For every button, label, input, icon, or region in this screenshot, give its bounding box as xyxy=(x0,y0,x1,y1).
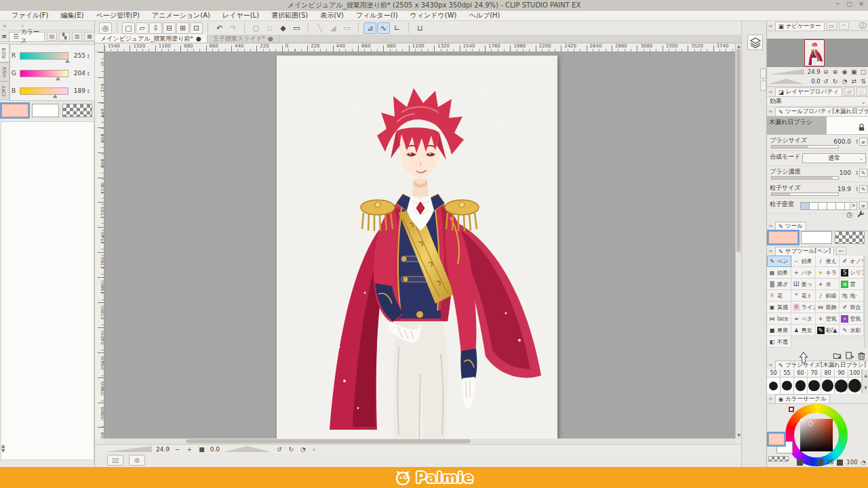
tab-intermediate-icon[interactable]: ▥ xyxy=(72,32,83,41)
stepper-icons[interactable]: ▴▾ xyxy=(87,53,90,58)
crop-icon[interactable]: ▭ xyxy=(290,22,303,34)
horizontal-scroll-thumb[interactable] xyxy=(186,439,471,443)
horizontal-scrollbar[interactable] xyxy=(104,439,735,444)
subtool-item-水彩[interactable]: ✎水彩 xyxy=(840,325,864,336)
title-bar[interactable]: メインビジュアル_授業用塗り前* (2505 x 3430px 350dpi 2… xyxy=(0,0,868,11)
subtool-item-使え[interactable]: ∕使え xyxy=(816,256,840,267)
back-icon[interactable]: ‹ xyxy=(311,446,317,453)
panel-grip-icon[interactable]: ≡ xyxy=(768,396,773,402)
fill-icon[interactable]: ◆ xyxy=(277,22,290,34)
slider-marker[interactable] xyxy=(65,60,70,63)
zoom-in-button[interactable]: + xyxy=(186,446,194,453)
tab-color-set-icon[interactable]: ▚ xyxy=(59,32,70,41)
subtool-item-星座[interactable]: ■星座 xyxy=(767,325,791,336)
wrench-icon[interactable] xyxy=(856,210,865,220)
color-slider-track-b[interactable] xyxy=(20,87,68,95)
panel-grip-icon[interactable]: ≡ xyxy=(768,223,773,229)
sub-color-swatch[interactable] xyxy=(32,104,59,117)
subtool-scrollbar[interactable] xyxy=(864,256,868,348)
nav-rotation-slider[interactable] xyxy=(768,79,804,84)
brush-size-scrollbar[interactable]: ▲▼ xyxy=(862,369,868,394)
stepper-icons[interactable]: ▴▾ xyxy=(856,138,858,144)
subtool-item-斜線[interactable]: ∕斜線 xyxy=(816,290,840,302)
subtool-item-地·[interactable]: 地地· xyxy=(840,290,864,302)
snap-grid-icon[interactable]: ∟ xyxy=(391,22,403,34)
menu-item-表示(V)[interactable]: 表示(V) xyxy=(314,11,350,20)
collapse-all-icon[interactable]: « xyxy=(3,22,7,29)
subtool-item-不透[interactable]: ◧不透 xyxy=(767,336,791,348)
panel-grip-icon[interactable]: ≡ xyxy=(768,362,773,368)
no-dynamics-icon[interactable]: ⌀ xyxy=(859,201,867,209)
snap-ruler-icon[interactable]: ⊿ xyxy=(363,22,376,34)
no-dynamics-icon[interactable]: ⌀ xyxy=(859,138,867,146)
tab-brush-size[interactable]: ✎ブラシサイズ[木漏れ日ブラシ] xyxy=(775,361,868,369)
clip-studio-icon[interactable]: ◎ xyxy=(99,22,112,34)
color-mode-tab-rgb[interactable]: RGB xyxy=(0,43,9,62)
subtool-item-装飾[interactable]: ⋈装飾 xyxy=(816,302,840,313)
menu-item-レイヤー(L)[interactable]: レイヤー(L) xyxy=(216,11,265,20)
tab-navigator[interactable]: ▣ナビゲーター xyxy=(775,22,825,30)
navigator-preview[interactable] xyxy=(767,39,868,67)
menu-item-ヘルプ(H)[interactable]: ヘルプ(H) xyxy=(462,11,506,20)
vertical-scrollbar[interactable]: ▲ ▼ xyxy=(735,43,741,439)
nav-zoom-out-icon[interactable]: ⊖ xyxy=(822,68,830,75)
zoom-out-button[interactable]: − xyxy=(174,446,182,453)
main-color-swatch[interactable] xyxy=(768,231,798,244)
hue-marker[interactable] xyxy=(789,407,794,412)
undo-icon[interactable]: ↶ xyxy=(213,22,226,34)
deselect-icon[interactable]: ▫ xyxy=(263,22,276,34)
brush-size-preset-90[interactable]: 90 xyxy=(835,369,848,394)
brush-size-preset-70[interactable]: 70 xyxy=(808,369,821,394)
lock-icon[interactable] xyxy=(857,123,866,133)
subtool-item-空気[interactable]: +空気 xyxy=(816,313,840,325)
subtool-item-ベタ[interactable]: ≡ベタ xyxy=(791,313,816,325)
property-slider[interactable] xyxy=(771,192,839,196)
tab-tool-property[interactable]: ✎ツールプロパティ[木漏れ日ブラシ] xyxy=(775,107,868,116)
redo-icon[interactable]: ↷ xyxy=(226,22,239,34)
transparent-color-swatch[interactable] xyxy=(768,456,789,462)
batch-export-icon[interactable]: ⊡ xyxy=(190,22,203,34)
main-color-swatch[interactable] xyxy=(1,104,28,117)
subtool-undo-icon[interactable]: ↩ xyxy=(836,247,846,255)
subtool-item-ペン[interactable]: ✎ペン xyxy=(767,256,791,267)
tab-layer-extra2-icon[interactable]: ◌ xyxy=(856,87,867,96)
rotation-slider[interactable] xyxy=(224,446,271,452)
tab-layer-property[interactable]: ◪レイヤープロパティ xyxy=(775,87,842,96)
subtool-item-lace[interactable]: ⋈lace xyxy=(767,313,791,325)
selected-subtool-name[interactable]: 木漏れ日ブラシ xyxy=(767,117,827,134)
nav-rotate-cw-icon[interactable]: ↻ xyxy=(831,78,840,85)
brush-size-preset-100[interactable]: 100 xyxy=(848,369,862,394)
sub-color-swatch[interactable] xyxy=(801,231,832,244)
nav-rotate-reset-icon[interactable]: ◔ xyxy=(840,78,848,85)
stepper-icons[interactable]: ▴▾ xyxy=(87,70,90,76)
save-all-icon[interactable]: ⊟ xyxy=(163,22,176,34)
menu-item-ページ管理(P)[interactable]: ページ管理(P) xyxy=(90,11,146,20)
tab-color-slider[interactable]: ☲カラース xyxy=(9,32,44,41)
document-tab-0[interactable]: メインビジュアル_授業用塗り前*● xyxy=(95,35,208,43)
zoom-fit-button[interactable]: ■ xyxy=(197,446,206,453)
document-tab-1[interactable]: 王子授業スライド*● xyxy=(208,35,279,43)
tab-color-wheel-icon[interactable]: ▤ xyxy=(47,32,58,41)
spread-view-button[interactable]: ▯▯ xyxy=(107,455,123,466)
stepper-icons[interactable]: ▴▾ xyxy=(856,186,858,191)
nav-zoom-reset-icon[interactable]: ◉ xyxy=(840,68,848,75)
layer-effect-row[interactable]: 効果 ⌄ xyxy=(767,97,868,106)
color-mode-tab-hsv[interactable]: HSV xyxy=(0,62,9,81)
blend-mode-dropdown[interactable]: 通常⌄ xyxy=(802,153,866,163)
brush-size-preset-50[interactable]: 50 xyxy=(767,369,781,394)
subtool-item-ライン[interactable]: ※ライン xyxy=(791,302,816,313)
slider-marker[interactable] xyxy=(56,77,60,81)
subtool-item-空気[interactable]: +空気 xyxy=(840,313,864,325)
nav-zoom-slider[interactable] xyxy=(768,69,804,75)
saturation-value-square[interactable] xyxy=(800,419,833,451)
select-area-icon[interactable]: ◌ xyxy=(250,22,262,34)
subtool-item-シリア[interactable]: Sシリア xyxy=(840,267,864,279)
close-icon[interactable]: ✕ xyxy=(859,1,864,7)
stepper-icons[interactable]: ▴▾ xyxy=(856,169,858,175)
panel-grip-icon[interactable]: ≡ xyxy=(1,33,7,40)
transparent-color-swatch[interactable] xyxy=(835,231,865,244)
zoom-slider[interactable] xyxy=(104,446,152,452)
pen-pressure-icon[interactable]: ✎ xyxy=(859,169,867,177)
palette-dock-icon[interactable]: ⊔ xyxy=(414,22,427,34)
left-edge-scroll-icons[interactable]: ▲▼ xyxy=(1,444,5,453)
